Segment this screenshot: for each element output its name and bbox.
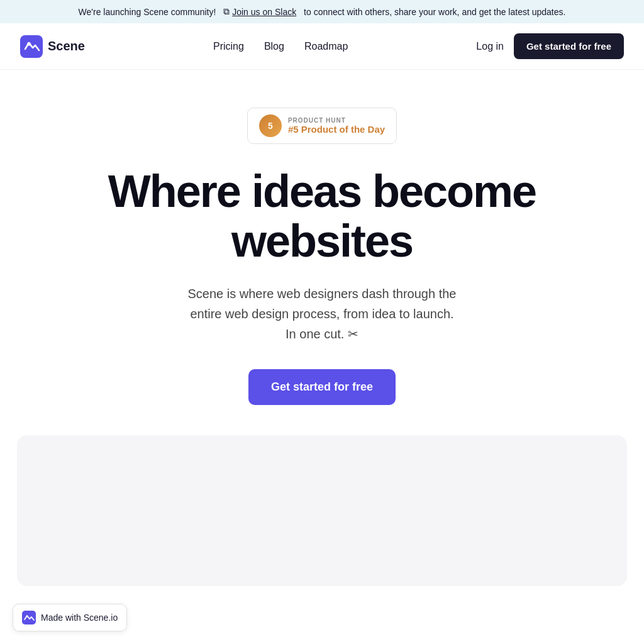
ph-rank: #5 Product of the Day [288,124,385,135]
hero-cta-button[interactable]: Get started for free [248,369,396,405]
hero-subtitle: Scene is where web designers dash throug… [184,284,460,344]
medal-number: 5 [259,114,282,137]
slack-link[interactable]: Join us on Slack [232,7,296,17]
scene-logo-icon [20,35,43,58]
hero-subtitle-text: Scene is where web designers dash throug… [188,287,457,341]
logo[interactable]: Scene [20,35,85,58]
nav-link-blog[interactable]: Blog [264,41,284,52]
banner-text-before: We're launching Scene community! [79,7,216,17]
scene-small-logo [22,611,36,625]
nav-cta-button[interactable]: Get started for free [514,33,624,59]
nav-links: Pricing Blog Roadmap [213,41,348,52]
ph-label: PRODUCT HUNT [288,117,385,124]
hero-title: Where ideas become websites [108,167,536,266]
app-preview [17,435,627,586]
logo-text: Scene [48,39,85,53]
hero-section: 5 PRODUCT HUNT #5 Product of the Day Whe… [0,70,644,611]
made-with-label: Made with Scene.io [41,613,118,623]
scissors-icon: ✂ [348,324,358,344]
svg-point-3 [26,615,28,618]
made-with-badge[interactable]: Made with Scene.io [13,604,127,631]
ph-badge-text: PRODUCT HUNT #5 Product of the Day [288,117,385,135]
login-button[interactable]: Log in [476,41,504,52]
nav-link-roadmap[interactable]: Roadmap [304,41,348,52]
slack-icon: ⧉ [223,6,230,17]
svg-point-1 [27,42,31,46]
navbar: Scene Pricing Blog Roadmap Log in Get st… [0,23,644,70]
navbar-actions: Log in Get started for free [476,33,624,59]
hero-title-line1: Where ideas become [108,166,536,216]
product-hunt-medal: 5 [259,114,282,137]
nav-link-pricing[interactable]: Pricing [213,41,244,52]
announcement-banner: We're launching Scene community! ⧉ Join … [0,0,644,23]
banner-text-after: to connect with others, share your work,… [304,7,565,17]
hero-title-line2: websites [231,216,413,266]
product-hunt-badge[interactable]: 5 PRODUCT HUNT #5 Product of the Day [247,108,397,144]
